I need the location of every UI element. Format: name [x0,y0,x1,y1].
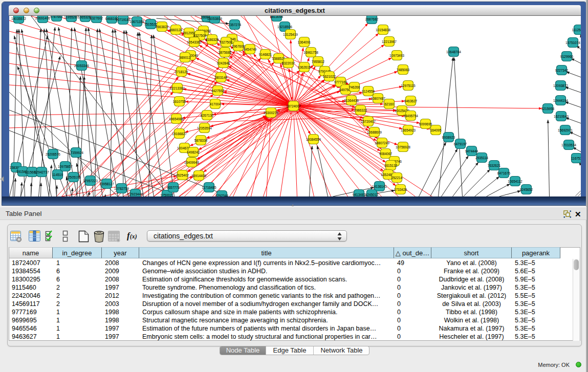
svg-text:18724007: 18724007 [286,104,301,108]
svg-text:14035572: 14035572 [11,17,26,20]
svg-text:10543362: 10543362 [187,40,202,44]
svg-text:9327508: 9327508 [219,40,232,44]
svg-text:17957223: 17957223 [83,179,98,183]
svg-text:16961758: 16961758 [303,51,318,54]
svg-text:12213967: 12213967 [382,40,397,43]
svg-text:20691406: 20691406 [35,16,50,20]
svg-text:9245652: 9245652 [519,188,533,191]
svg-text:10958127: 10958127 [99,182,114,186]
svg-text:9777169: 9777169 [334,80,347,84]
svg-text:12975115: 12975115 [401,84,416,87]
svg-text:5878334: 5878334 [194,139,207,142]
svg-text:8471676: 8471676 [497,171,510,175]
svg-text:11125419: 11125419 [572,28,581,32]
svg-text:12942737: 12942737 [34,170,49,174]
svg-text:12505195: 12505195 [66,176,81,179]
svg-text:9146821: 9146821 [258,53,272,56]
svg-text:7955812: 7955812 [311,60,324,63]
svg-text:11716485: 11716485 [202,186,216,189]
svg-text:8813054: 8813054 [270,16,283,18]
svg-text:2967608: 2967608 [231,45,245,48]
svg-text:6479197: 6479197 [453,142,467,146]
svg-text:13654923: 13654923 [401,128,416,132]
svg-text:1292344: 1292344 [215,194,228,197]
svg-text:7625402: 7625402 [176,173,189,177]
svg-text:7632621: 7632621 [487,164,500,167]
svg-text:2935114: 2935114 [475,156,488,160]
svg-text:9463627: 9463627 [404,99,417,103]
svg-text:3875685: 3875685 [218,51,231,54]
svg-text:10671355: 10671355 [129,20,144,24]
svg-text:417004: 417004 [209,102,221,106]
svg-text:9657771: 9657771 [166,186,180,189]
svg-text:1615132: 1615132 [384,164,397,167]
svg-text:1364091: 1364091 [297,40,311,44]
svg-text:16409948: 16409948 [184,161,199,164]
svg-text:16210643: 16210643 [554,115,569,118]
svg-text:8454749: 8454749 [243,48,256,51]
svg-text:8660124: 8660124 [169,28,182,32]
svg-text:9084067: 9084067 [379,152,392,156]
svg-text:12093872: 12093872 [553,84,568,87]
svg-text:1733426: 1733426 [394,188,407,191]
svg-text:11955287: 11955287 [64,16,79,19]
svg-text:17010534: 17010534 [561,143,576,147]
svg-text:1327602: 1327602 [90,16,103,20]
svg-text:15720407: 15720407 [361,120,376,123]
svg-text:15692971: 15692971 [558,128,573,132]
svg-text:746266: 746266 [349,85,360,89]
svg-text:14136141: 14136141 [372,185,387,188]
svg-text:989013: 989013 [179,56,190,59]
svg-text:9227342: 9227342 [555,69,568,72]
svg-text:114519: 114519 [52,173,63,177]
svg-text:18807249: 18807249 [375,141,389,145]
svg-text:12444194: 12444194 [553,99,568,102]
svg-text:8322037: 8322037 [281,61,295,65]
svg-text:7357274: 7357274 [228,23,241,27]
svg-text:12923448: 12923448 [128,192,143,196]
svg-text:7986322: 7986322 [354,108,367,112]
svg-text:10973493: 10973493 [389,54,404,57]
svg-text:19384554: 19384554 [306,138,321,141]
svg-text:9327509: 9327509 [193,34,206,37]
svg-text:1362615: 1362615 [297,65,311,69]
svg-text:10756928: 10756928 [396,145,410,149]
svg-text:13125419: 13125419 [283,33,298,36]
svg-text:9413487: 9413487 [352,193,365,196]
svg-text:12213382: 12213382 [170,86,185,90]
svg-text:10807487: 10807487 [371,97,385,100]
svg-text:2803144: 2803144 [214,76,227,79]
svg-text:10719185: 10719185 [116,18,130,21]
svg-text:9245013: 9245013 [365,193,378,196]
svg-text:1610755: 1610755 [172,100,186,103]
svg-text:21364436: 21364436 [344,99,359,102]
svg-text:19654988: 19654988 [169,117,184,121]
svg-text:9474444: 9474444 [465,149,478,153]
svg-text:7485063: 7485063 [396,68,409,72]
svg-text:23300275: 23300275 [264,111,278,115]
svg-text:252214: 252214 [391,176,402,180]
svg-text:3124554: 3124554 [361,90,375,93]
svg-text:2718129: 2718129 [175,70,188,74]
svg-text:16053809: 16053809 [207,17,222,20]
svg-text:7663822: 7663822 [155,25,168,29]
svg-text:116753: 116753 [571,157,581,160]
svg-text:10688609: 10688609 [367,130,382,134]
svg-text:1621022: 1621022 [322,75,336,78]
svg-text:62160: 62160 [384,102,394,106]
svg-text:16914409: 16914409 [191,174,206,178]
svg-text:9787667: 9787667 [50,16,63,18]
svg-text:8186328: 8186328 [205,38,219,41]
svg-text:17359924: 17359924 [69,151,83,155]
svg-text:10648784: 10648784 [446,50,461,54]
svg-text:18495754: 18495754 [403,114,418,118]
svg-text:8267130: 8267130 [200,114,213,117]
svg-text:10654112: 10654112 [508,180,522,183]
svg-text:15751074: 15751074 [565,41,580,45]
svg-text:10154838: 10154838 [376,28,390,32]
svg-text:26206576: 26206576 [46,152,60,156]
svg-text:19218506: 19218506 [277,25,292,29]
svg-text:1498242: 1498242 [186,150,200,154]
svg-text:12353594: 12353594 [197,126,212,130]
svg-text:9750021: 9750021 [160,193,173,197]
